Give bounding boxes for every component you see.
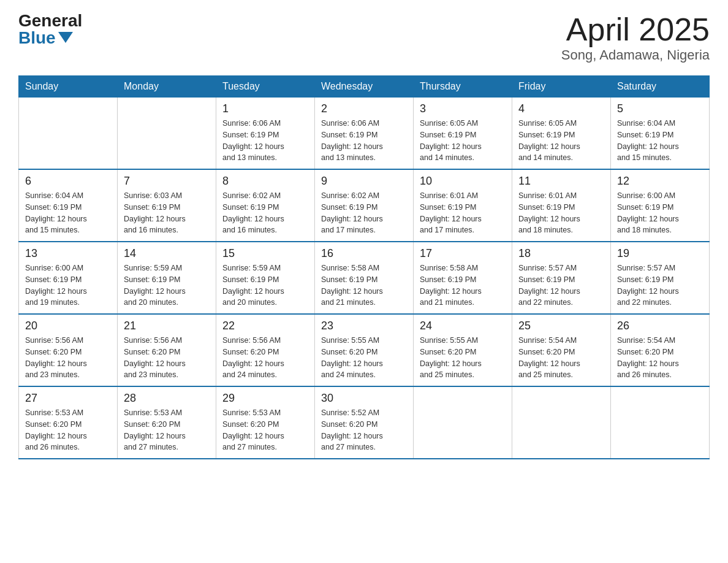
day-number: 9 — [321, 175, 407, 188]
calendar-cell: 16Sunrise: 5:58 AMSunset: 6:19 PMDayligh… — [315, 242, 414, 314]
calendar-cell: 19Sunrise: 5:57 AMSunset: 6:19 PMDayligh… — [611, 242, 710, 314]
day-number: 16 — [321, 247, 407, 260]
calendar-cell: 14Sunrise: 5:59 AMSunset: 6:19 PMDayligh… — [118, 242, 216, 314]
calendar-cell: 12Sunrise: 6:00 AMSunset: 6:19 PMDayligh… — [611, 169, 710, 242]
logo-general-text: General — [18, 12, 82, 29]
calendar-cell — [512, 386, 611, 459]
day-number: 23 — [321, 320, 407, 332]
day-number: 15 — [222, 247, 308, 260]
day-info: Sunrise: 5:53 AMSunset: 6:20 PMDaylight:… — [124, 407, 210, 453]
calendar-week-3: 13Sunrise: 6:00 AMSunset: 6:19 PMDayligh… — [19, 242, 710, 314]
calendar-cell: 17Sunrise: 5:58 AMSunset: 6:19 PMDayligh… — [414, 242, 512, 314]
calendar-cell: 27Sunrise: 5:53 AMSunset: 6:20 PMDayligh… — [19, 386, 118, 459]
header-row: SundayMondayTuesdayWednesdayThursdayFrid… — [19, 76, 710, 98]
day-number: 18 — [518, 247, 604, 260]
day-info: Sunrise: 6:06 AMSunset: 6:19 PMDaylight:… — [222, 118, 308, 164]
calendar-cell: 4Sunrise: 6:05 AMSunset: 6:19 PMDaylight… — [512, 98, 611, 170]
header-cell-friday: Friday — [512, 76, 611, 98]
day-number: 2 — [321, 102, 407, 115]
calendar-cell — [611, 386, 710, 459]
page-title: April 2025 — [561, 12, 710, 47]
calendar-week-4: 20Sunrise: 5:56 AMSunset: 6:20 PMDayligh… — [19, 314, 710, 386]
calendar-cell: 24Sunrise: 5:55 AMSunset: 6:20 PMDayligh… — [414, 314, 512, 386]
day-info: Sunrise: 6:03 AMSunset: 6:19 PMDaylight:… — [124, 190, 210, 236]
calendar-cell: 21Sunrise: 5:56 AMSunset: 6:20 PMDayligh… — [118, 314, 216, 386]
day-info: Sunrise: 5:55 AMSunset: 6:20 PMDaylight:… — [420, 335, 506, 381]
header-cell-sunday: Sunday — [19, 76, 118, 98]
day-number: 20 — [25, 320, 111, 332]
calendar-cell: 22Sunrise: 5:56 AMSunset: 6:20 PMDayligh… — [216, 314, 315, 386]
day-info: Sunrise: 6:04 AMSunset: 6:19 PMDaylight:… — [617, 118, 703, 164]
day-number: 22 — [222, 320, 308, 332]
day-info: Sunrise: 5:59 AMSunset: 6:19 PMDaylight:… — [124, 262, 210, 308]
day-number: 10 — [420, 175, 506, 188]
day-info: Sunrise: 6:06 AMSunset: 6:19 PMDaylight:… — [321, 118, 407, 164]
day-number: 17 — [420, 247, 506, 260]
day-number: 6 — [25, 175, 111, 188]
day-number: 30 — [321, 392, 407, 405]
calendar-cell: 18Sunrise: 5:57 AMSunset: 6:19 PMDayligh… — [512, 242, 611, 314]
day-info: Sunrise: 5:56 AMSunset: 6:20 PMDaylight:… — [124, 335, 210, 381]
day-info: Sunrise: 5:52 AMSunset: 6:20 PMDaylight:… — [321, 407, 407, 453]
day-number: 14 — [124, 247, 210, 260]
day-number: 12 — [617, 175, 703, 188]
calendar-cell: 10Sunrise: 6:01 AMSunset: 6:19 PMDayligh… — [414, 169, 512, 242]
day-number: 27 — [25, 392, 111, 405]
day-info: Sunrise: 6:00 AMSunset: 6:19 PMDaylight:… — [25, 262, 111, 308]
logo-triangle-icon — [58, 32, 73, 43]
day-number: 26 — [617, 320, 703, 332]
day-info: Sunrise: 6:05 AMSunset: 6:19 PMDaylight:… — [420, 118, 506, 164]
logo: General Blue — [18, 12, 82, 47]
calendar-cell: 2Sunrise: 6:06 AMSunset: 6:19 PMDaylight… — [315, 98, 414, 170]
day-info: Sunrise: 5:53 AMSunset: 6:20 PMDaylight:… — [222, 407, 308, 453]
calendar-header: SundayMondayTuesdayWednesdayThursdayFrid… — [19, 76, 710, 98]
day-info: Sunrise: 6:02 AMSunset: 6:19 PMDaylight:… — [321, 190, 407, 236]
calendar-cell: 15Sunrise: 5:59 AMSunset: 6:19 PMDayligh… — [216, 242, 315, 314]
calendar-cell: 3Sunrise: 6:05 AMSunset: 6:19 PMDaylight… — [414, 98, 512, 170]
day-info: Sunrise: 5:54 AMSunset: 6:20 PMDaylight:… — [617, 335, 703, 381]
calendar-cell: 1Sunrise: 6:06 AMSunset: 6:19 PMDaylight… — [216, 98, 315, 170]
calendar-week-1: 1Sunrise: 6:06 AMSunset: 6:19 PMDaylight… — [19, 98, 710, 170]
day-number: 24 — [420, 320, 506, 332]
day-number: 8 — [222, 175, 308, 188]
day-number: 11 — [518, 175, 604, 188]
page-header: General Blue April 2025 Song, Adamawa, N… — [18, 12, 710, 63]
day-info: Sunrise: 5:58 AMSunset: 6:19 PMDaylight:… — [420, 262, 506, 308]
day-number: 7 — [124, 175, 210, 188]
day-number: 4 — [518, 102, 604, 115]
day-number: 19 — [617, 247, 703, 260]
calendar-body: 1Sunrise: 6:06 AMSunset: 6:19 PMDaylight… — [19, 98, 710, 459]
calendar-cell: 5Sunrise: 6:04 AMSunset: 6:19 PMDaylight… — [611, 98, 710, 170]
header-cell-wednesday: Wednesday — [315, 76, 414, 98]
title-block: April 2025 Song, Adamawa, Nigeria — [561, 12, 710, 63]
calendar-week-5: 27Sunrise: 5:53 AMSunset: 6:20 PMDayligh… — [19, 386, 710, 459]
calendar-cell — [118, 98, 216, 170]
day-number: 13 — [25, 247, 111, 260]
day-info: Sunrise: 5:56 AMSunset: 6:20 PMDaylight:… — [25, 335, 111, 381]
day-info: Sunrise: 5:53 AMSunset: 6:20 PMDaylight:… — [25, 407, 111, 453]
calendar-cell: 26Sunrise: 5:54 AMSunset: 6:20 PMDayligh… — [611, 314, 710, 386]
header-cell-thursday: Thursday — [414, 76, 512, 98]
calendar-cell — [414, 386, 512, 459]
calendar-cell: 8Sunrise: 6:02 AMSunset: 6:19 PMDaylight… — [216, 169, 315, 242]
calendar-table: SundayMondayTuesdayWednesdayThursdayFrid… — [18, 75, 710, 459]
calendar-cell: 20Sunrise: 5:56 AMSunset: 6:20 PMDayligh… — [19, 314, 118, 386]
day-number: 25 — [518, 320, 604, 332]
calendar-cell: 9Sunrise: 6:02 AMSunset: 6:19 PMDaylight… — [315, 169, 414, 242]
day-info: Sunrise: 5:55 AMSunset: 6:20 PMDaylight:… — [321, 335, 407, 381]
day-number: 28 — [124, 392, 210, 405]
calendar-cell: 29Sunrise: 5:53 AMSunset: 6:20 PMDayligh… — [216, 386, 315, 459]
header-cell-saturday: Saturday — [611, 76, 710, 98]
day-number: 3 — [420, 102, 506, 115]
calendar-cell — [19, 98, 118, 170]
day-info: Sunrise: 5:58 AMSunset: 6:19 PMDaylight:… — [321, 262, 407, 308]
calendar-cell: 7Sunrise: 6:03 AMSunset: 6:19 PMDaylight… — [118, 169, 216, 242]
day-number: 1 — [222, 102, 308, 115]
calendar-cell: 6Sunrise: 6:04 AMSunset: 6:19 PMDaylight… — [19, 169, 118, 242]
logo-blue-text: Blue — [18, 29, 73, 47]
header-cell-monday: Monday — [118, 76, 216, 98]
day-info: Sunrise: 6:01 AMSunset: 6:19 PMDaylight:… — [518, 190, 604, 236]
calendar-cell: 28Sunrise: 5:53 AMSunset: 6:20 PMDayligh… — [118, 386, 216, 459]
day-number: 5 — [617, 102, 703, 115]
day-info: Sunrise: 5:57 AMSunset: 6:19 PMDaylight:… — [518, 262, 604, 308]
